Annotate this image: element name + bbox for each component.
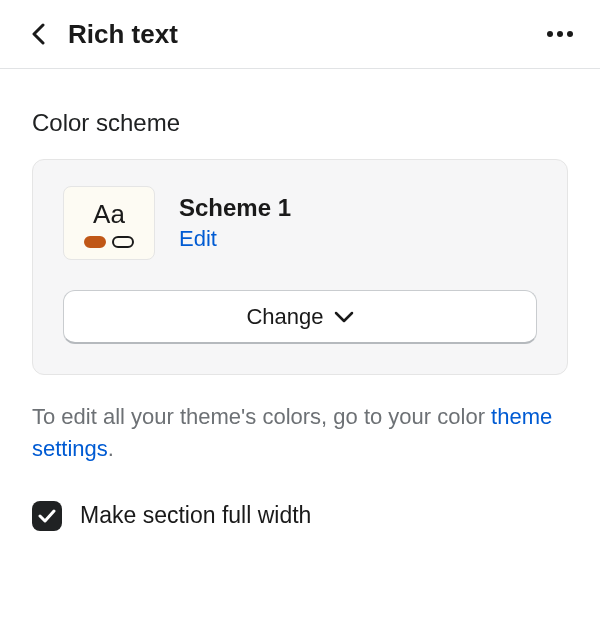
panel-header: Rich text	[0, 0, 600, 69]
help-text-suffix: .	[108, 436, 114, 461]
help-text: To edit all your theme's colors, go to y…	[32, 401, 568, 465]
checkmark-icon	[38, 509, 56, 523]
scheme-info: Scheme 1 Edit	[179, 194, 291, 252]
change-scheme-button[interactable]: Change	[63, 290, 537, 344]
color-scheme-card: Aa Scheme 1 Edit Change	[32, 159, 568, 375]
swatch-pill-outline	[112, 236, 134, 248]
edit-scheme-link[interactable]: Edit	[179, 226, 291, 252]
swatch-pill-filled	[84, 236, 106, 248]
scheme-swatch: Aa	[63, 186, 155, 260]
chevron-down-icon	[334, 311, 354, 323]
color-scheme-label: Color scheme	[32, 109, 568, 137]
scheme-name: Scheme 1	[179, 194, 291, 222]
svg-point-1	[557, 31, 563, 37]
full-width-checkbox[interactable]	[32, 501, 62, 531]
full-width-label: Make section full width	[80, 502, 311, 529]
svg-point-2	[567, 31, 573, 37]
more-horizontal-icon	[547, 31, 573, 37]
page-title: Rich text	[68, 19, 178, 50]
scheme-row: Aa Scheme 1 Edit	[63, 186, 537, 260]
swatch-text-sample: Aa	[93, 199, 125, 230]
panel-content: Color scheme Aa Scheme 1 Edit Change To …	[0, 69, 600, 551]
back-button[interactable]	[24, 20, 52, 48]
change-button-label: Change	[246, 304, 323, 330]
chevron-left-icon	[31, 23, 45, 45]
help-text-prefix: To edit all your theme's colors, go to y…	[32, 404, 491, 429]
more-actions-button[interactable]	[544, 18, 576, 50]
svg-point-0	[547, 31, 553, 37]
full-width-row: Make section full width	[32, 501, 568, 531]
header-left: Rich text	[24, 19, 178, 50]
swatch-pills	[84, 236, 134, 248]
